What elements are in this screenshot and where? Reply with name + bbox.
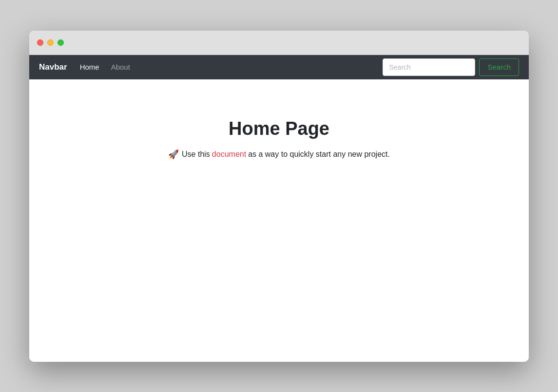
- document-link[interactable]: document: [212, 150, 246, 159]
- nav-link-about[interactable]: About: [106, 60, 135, 74]
- titlebar: [29, 31, 529, 55]
- page-description: 🚀 Use this document as a way to quickly …: [168, 149, 390, 160]
- page-title: Home Page: [229, 118, 329, 139]
- search-input[interactable]: [383, 58, 475, 76]
- rocket-icon: 🚀: [168, 149, 179, 160]
- navbar: Navbar Home About Search: [29, 55, 529, 79]
- search-button[interactable]: Search: [479, 58, 519, 76]
- navbar-brand: Navbar: [39, 62, 67, 72]
- close-button[interactable]: [37, 39, 43, 46]
- minimize-button[interactable]: [47, 39, 54, 46]
- maximize-button[interactable]: [58, 39, 64, 46]
- traffic-lights: [37, 39, 64, 46]
- main-content: Home Page 🚀 Use this document as a way t…: [29, 79, 529, 362]
- navbar-nav: Home About: [75, 60, 383, 74]
- navbar-search: Search: [383, 58, 519, 76]
- description-prefix: Use this: [182, 150, 210, 159]
- nav-link-home[interactable]: Home: [75, 60, 104, 74]
- description-suffix: as a way to quickly start any new projec…: [248, 150, 390, 159]
- app-window: Navbar Home About Search Home Page 🚀 Use…: [29, 31, 529, 362]
